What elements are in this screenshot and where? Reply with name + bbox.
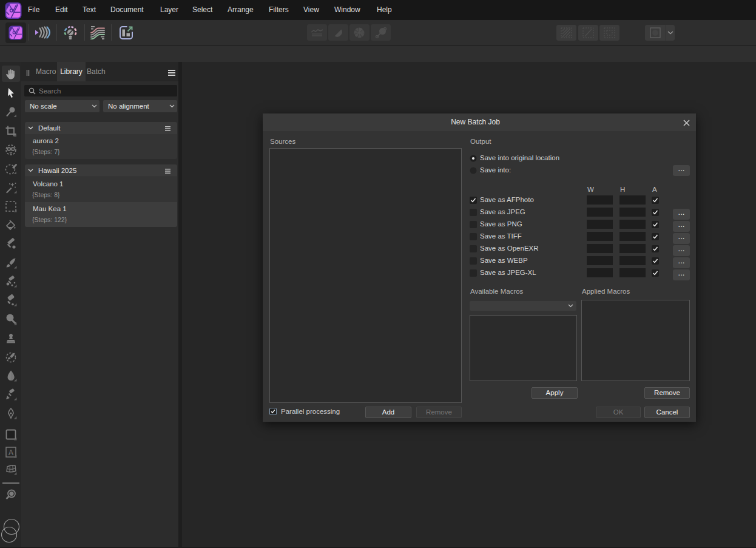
svg-text:A: A bbox=[8, 448, 13, 457]
